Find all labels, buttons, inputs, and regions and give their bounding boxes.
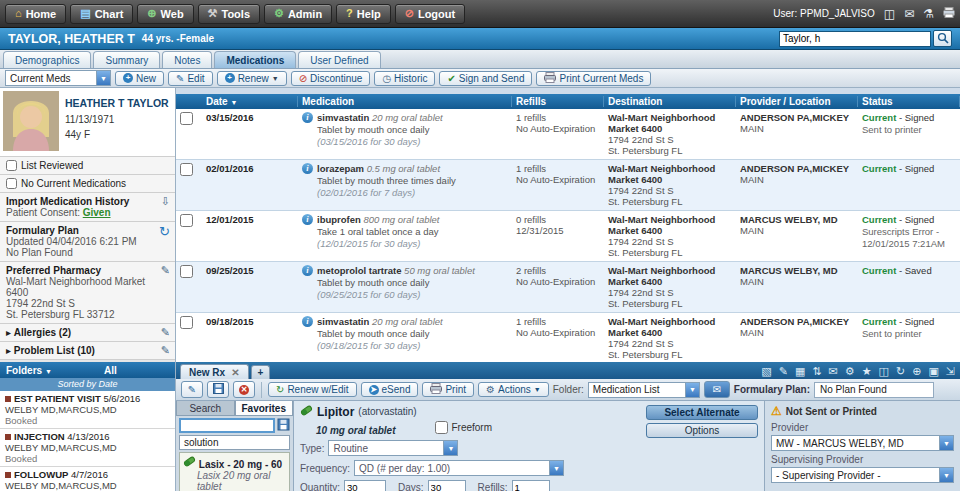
table-row[interactable]: 12/01/2015 i ibuprofen 800 mg oral table…	[176, 211, 960, 262]
import-icon[interactable]: ⇩	[161, 196, 170, 207]
tab-favorites[interactable]: Favorites	[235, 401, 294, 416]
rx-cancel-button[interactable]: ✕	[233, 381, 255, 398]
pencil-icon[interactable]: ✎	[161, 327, 170, 338]
folders-dropdown[interactable]: Folders ▼	[6, 365, 52, 376]
pencil-icon[interactable]: ✎	[161, 345, 170, 356]
refresh-icon[interactable]: ↻	[159, 225, 170, 238]
nav-home-button[interactable]: ⌂Home	[5, 4, 66, 24]
discontinue-med-button[interactable]: ⊘Discontinue	[291, 71, 371, 86]
header-status[interactable]: Status	[858, 96, 960, 107]
window-icon[interactable]: ◫	[879, 366, 889, 377]
tab-demographics[interactable]: Demographics	[3, 51, 91, 68]
options-button[interactable]: Options	[646, 423, 758, 438]
list-reviewed-checkbox[interactable]	[6, 160, 17, 171]
favorite-item[interactable]: Lasix - 20 mg - 60 Lasix 20 mg oral tabl…	[183, 455, 286, 491]
sort-icon[interactable]: ⇅	[812, 366, 821, 377]
new-med-button[interactable]: +New	[115, 71, 164, 86]
patient-search-button[interactable]	[933, 30, 952, 47]
table-row[interactable]: 09/18/2015 i simvastatin 20 mg oral tabl…	[176, 313, 960, 362]
print-current-meds-button[interactable]: Print Current Meds	[536, 71, 651, 86]
renew-with-edit-button[interactable]: ↻Renew w/Edit	[268, 382, 357, 397]
save-search-icon[interactable]	[277, 418, 290, 433]
meds-filter-select[interactable]: Current Meds▼	[5, 70, 111, 86]
esend-button[interactable]: ➤eSend	[361, 382, 419, 397]
nav-chart-button[interactable]: ▤Chart	[70, 4, 133, 24]
no-current-meds-checkbox[interactable]	[6, 178, 17, 189]
close-icon[interactable]: ✕	[231, 367, 239, 378]
tab-notes[interactable]: Notes	[162, 51, 212, 68]
pencil-icon[interactable]: ✎	[161, 265, 170, 276]
print-button[interactable]: Print	[422, 382, 474, 397]
nav-logout-button[interactable]: ⊘Logout	[395, 4, 465, 24]
supervising-provider-select[interactable]: - Supervising Provider -▼	[771, 467, 954, 483]
header-destination[interactable]: Destination	[604, 96, 736, 107]
nav-web-button[interactable]: ⊕Web	[137, 4, 193, 24]
panel-icon[interactable]: ▣	[928, 366, 938, 377]
freeform-checkbox[interactable]	[435, 421, 448, 434]
folders-all-filter[interactable]: All	[104, 365, 117, 376]
patient-search-input[interactable]	[779, 31, 931, 47]
mail-icon[interactable]: ✉	[829, 366, 838, 377]
consent-link[interactable]: Given	[83, 207, 111, 218]
frequency-select[interactable]: QD (# per day: 1.00)▼	[354, 460, 564, 476]
grid-icon[interactable]: ▦	[795, 366, 805, 377]
lab-icon[interactable]: ⚗	[923, 8, 934, 20]
nav-help-button[interactable]: ?Help	[336, 4, 391, 24]
nav-tools-button[interactable]: ⚒Tools	[198, 4, 260, 24]
row-checkbox[interactable]	[180, 112, 193, 125]
rx-search-input[interactable]	[179, 418, 275, 433]
list-item[interactable]: EST PATIENT VISIT 5/6/2016 WELBY MD,MARC…	[0, 391, 175, 429]
refills-input[interactable]	[512, 480, 550, 491]
header-date[interactable]: Date ▼	[202, 96, 298, 107]
nav-admin-button[interactable]: ⚙Admin	[264, 4, 332, 24]
edit-med-button[interactable]: ✎Edit	[168, 71, 213, 86]
building-icon[interactable]: ◫	[884, 8, 895, 20]
table-row[interactable]: 02/01/2016 i lorazepam 0.5 mg oral table…	[176, 160, 960, 211]
tab-summary[interactable]: Summary	[93, 51, 160, 68]
rx-save-button[interactable]	[207, 381, 229, 398]
settings-icon[interactable]: ⚙	[845, 366, 855, 377]
info-icon[interactable]: i	[302, 163, 313, 174]
type-select[interactable]: Routine▼	[328, 440, 458, 456]
row-checkbox[interactable]	[180, 163, 193, 176]
header-refills[interactable]: Refills	[512, 96, 604, 107]
problem-list-section[interactable]: ▸ Problem List (10) ✎	[0, 342, 175, 360]
sign-and-send-button[interactable]: ✔Sign and Send	[439, 71, 532, 86]
days-input[interactable]	[428, 480, 466, 491]
table-row[interactable]: 03/15/2016 i simvastatin 20 mg oral tabl…	[176, 109, 960, 160]
info-icon[interactable]: i	[302, 265, 313, 276]
folder-select[interactable]: Medication List▼	[588, 382, 700, 398]
tab-search[interactable]: Search	[176, 401, 235, 416]
case-icon[interactable]: ▧	[761, 366, 771, 377]
header-provider[interactable]: Provider / Location	[736, 96, 858, 107]
list-item[interactable]: INJECTION 4/13/2016 WELBY MD,MARCUS,MD B…	[0, 429, 175, 467]
select-alternate-button[interactable]: Select Alternate	[646, 405, 758, 420]
favorites-icon[interactable]: ★	[862, 366, 872, 377]
info-icon[interactable]: i	[302, 316, 313, 327]
info-icon[interactable]: i	[302, 112, 313, 123]
refresh-icon[interactable]: ↻	[896, 366, 905, 377]
info-icon[interactable]: i	[302, 214, 313, 225]
search-suggestion[interactable]: solution	[179, 435, 290, 450]
row-checkbox[interactable]	[180, 265, 193, 278]
printer-icon[interactable]	[943, 7, 955, 20]
historic-med-button[interactable]: ◷Historic	[374, 71, 435, 86]
tab-new-rx[interactable]: New Rx✕	[180, 364, 249, 379]
quantity-input[interactable]	[344, 480, 386, 491]
row-checkbox[interactable]	[180, 316, 193, 329]
message-button[interactable]: ✉	[704, 381, 730, 398]
list-item[interactable]: FOLLOWUP 4/7/2016 WELBY MD,MARCUS,MD	[0, 467, 175, 491]
header-medication[interactable]: Medication	[298, 96, 512, 107]
edit-icon[interactable]: ✎	[779, 366, 788, 377]
rx-edit-button[interactable]: ✎	[181, 381, 203, 398]
renew-med-button[interactable]: +Renew▼	[217, 71, 287, 86]
row-checkbox[interactable]	[180, 214, 193, 227]
table-row[interactable]: 09/25/2015 i metoprolol tartrate 50 mg o…	[176, 262, 960, 313]
provider-select[interactable]: MW - MARCUS WELBY, MD▼	[771, 435, 954, 451]
new-icon[interactable]: ⊕	[912, 366, 921, 377]
expand-icon[interactable]: ⇲	[946, 366, 955, 377]
actions-button[interactable]: ⚙Actions▼	[478, 382, 549, 397]
tab-user-defined[interactable]: User Defined	[298, 51, 380, 68]
tab-medications[interactable]: Medications	[214, 51, 296, 68]
allergies-section[interactable]: ▸ Allergies (2) ✎	[0, 324, 175, 342]
